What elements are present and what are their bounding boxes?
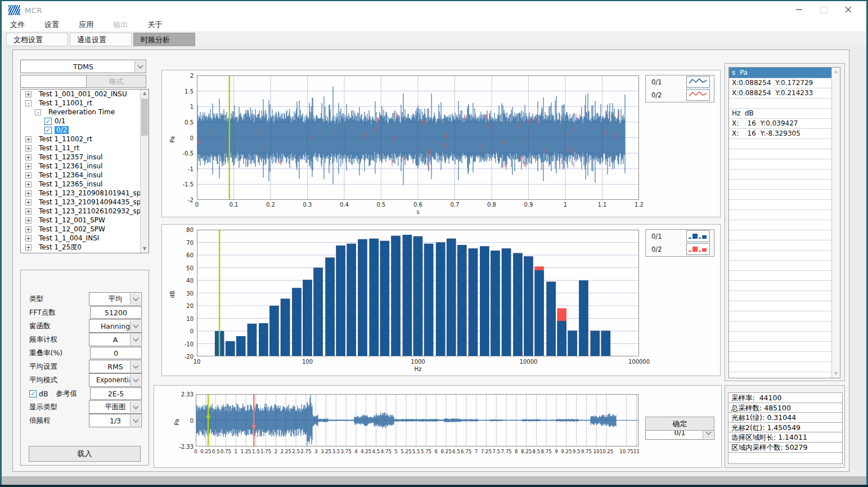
info-row: 光标1(绿): 0.31044 [728,413,842,423]
octave-select[interactable]: 1/3 [89,414,142,427]
tree-item[interactable]: +Test 1_12357_insul [21,153,149,162]
chevron-down-icon[interactable] [134,61,145,72]
reading-row: X:0.088254 Y:0.172729 [729,78,832,88]
expand-icon[interactable]: + [25,91,32,97]
scroll-down-icon[interactable]: ▼ [141,245,149,253]
tree-item[interactable]: -Reverberation Time [21,108,149,117]
maximize-button[interactable] [811,1,836,18]
window-border-bottom [0,485,868,487]
format-button[interactable]: 格式 [86,75,146,88]
scroll-up-icon[interactable]: ▲ [832,68,840,75]
menu-apply[interactable]: 应用 [70,17,102,32]
time-waveform-plot[interactable] [197,75,639,200]
x-tick-label: 0.5 [212,449,220,454]
y-tick-label: 0 [190,328,194,334]
overlap-input[interactable] [90,347,142,359]
expand-icon[interactable]: + [25,181,32,187]
tree-item[interactable]: +Test 1_1_004_INSI [21,234,149,243]
minimize-button[interactable] [786,1,811,18]
average-setting-select[interactable]: RMS [89,360,142,373]
reference-value-input[interactable] [90,387,142,400]
chevron-down-icon[interactable] [130,293,141,305]
tree-item-label: Test 1_12365_insul [39,180,102,188]
chevron-down-icon[interactable] [130,320,141,332]
x-tick-label: 9.75 [581,449,592,454]
tree-item[interactable]: -Test 1_11001_rt [21,99,149,108]
expand-icon[interactable]: + [25,145,32,151]
expand-icon[interactable]: + [25,136,32,142]
tab-time-frequency-analysis[interactable]: 时频分析 [133,33,195,46]
tree-item[interactable]: +Test 1_11_rt [21,144,149,153]
x-tick-label: 5.25 [401,449,411,454]
frequency-weighting-select[interactable]: A [89,333,142,346]
db-checkbox[interactable]: ✓ [29,390,37,397]
tree-item[interactable]: ✓0/1 [21,117,149,126]
file-tree[interactable]: +Test 1_001_001_002_INSU-Test 1_11001_rt… [20,89,149,253]
average-mode-select[interactable]: Exponential [89,373,142,387]
tree-scrollbar[interactable]: ▲ ▼ [140,90,149,253]
expand-icon[interactable]: + [25,235,32,242]
expand-icon[interactable]: + [25,244,32,251]
chevron-down-icon[interactable] [130,334,141,345]
display-type-select[interactable]: 平面图 [89,400,142,414]
window-function-select[interactable]: Hanning [89,319,142,333]
time-waveform-x-label: s [197,209,639,215]
reading-row-empty [729,251,832,261]
collapse-icon[interactable]: - [35,109,41,115]
readings-scrollbar[interactable]: ▲ ▼ [831,68,840,378]
expand-icon[interactable]: + [25,154,32,160]
tree-item[interactable]: +Test 1_25度0 [21,243,149,252]
y-tick-label: 50 [186,265,194,271]
y-tick-label: -1.5 [182,181,194,187]
chevron-down-icon[interactable] [130,401,141,413]
tree-item[interactable]: +Test 1_12_001_SPW [21,216,149,225]
octave-spectrum-plot[interactable] [197,230,639,356]
tree-item[interactable]: +Test 1_123_210914094435_spw [21,198,149,207]
readings-list: ▲ ▼ s PaX:0.088254 Y:0.172729X:0.088254 … [728,67,840,378]
menu-settings[interactable]: 设置 [36,17,68,32]
tree-scrollbar-thumb[interactable] [141,99,148,136]
expand-icon[interactable]: + [25,190,32,196]
expand-icon[interactable]: + [25,172,32,178]
tree-item[interactable]: +Test 1_12365_insul [21,180,149,189]
tree-item[interactable]: +Test 1_123_211026102932_spw [21,207,149,216]
confirm-button[interactable]: 确定 [645,417,714,431]
cursor-readings-panel: ▲ ▼ s PaX:0.088254 Y:0.172729X:0.088254 … [725,63,845,381]
expand-icon[interactable]: + [25,199,32,205]
expand-icon[interactable]: + [25,208,32,215]
filter-input[interactable] [20,75,87,88]
expand-icon[interactable]: + [25,226,32,233]
close-button[interactable] [836,1,861,18]
expand-icon[interactable]: + [25,163,32,169]
format-type-select[interactable]: TDMS [20,60,146,73]
tree-item[interactable]: +Test 1_12364_insul [21,171,149,180]
chevron-down-icon[interactable] [130,415,141,426]
tree-item[interactable]: +Test 1_11002_rt [21,135,149,144]
scroll-up-icon[interactable]: ▲ [141,90,149,97]
x-tick-label: 0 [195,202,199,208]
x-tick-label: 0.3 [303,202,312,208]
channel-checkbox[interactable]: ✓ [44,118,52,125]
tree-item[interactable]: +Test 1_12_002_SPW [21,225,149,234]
tree-item[interactable]: ✓0/2 [21,126,149,135]
tab-document-settings[interactable]: 文档设置 [6,33,68,46]
tab-channel-settings[interactable]: 通道设置 [70,33,132,46]
tree-item[interactable]: +Test 1_12361_insul [21,162,149,171]
expand-icon[interactable]: + [25,217,32,224]
load-button[interactable]: 载入 [29,446,141,462]
scroll-down-icon[interactable]: ▼ [832,370,840,378]
type-select[interactable]: 平均 [89,292,142,306]
full-signal-plot[interactable] [196,394,638,446]
menu-file[interactable]: 文件 [2,17,33,32]
x-tick-label: 3 [314,449,317,454]
reading-row-empty [729,230,832,240]
tree-item[interactable]: +Test 1_123_210908101941_spw [21,189,149,198]
channel-checkbox[interactable]: ✓ [44,127,52,134]
collapse-icon[interactable]: - [25,100,32,106]
fft-points-input[interactable] [90,306,142,319]
x-tick-label: 4.5 [372,449,380,454]
tree-item[interactable]: +Test 1_001_001_002_INSU [21,90,149,99]
menu-about[interactable]: 关于 [139,17,170,32]
chevron-down-icon[interactable] [130,361,141,372]
chevron-down-icon[interactable] [130,374,141,386]
